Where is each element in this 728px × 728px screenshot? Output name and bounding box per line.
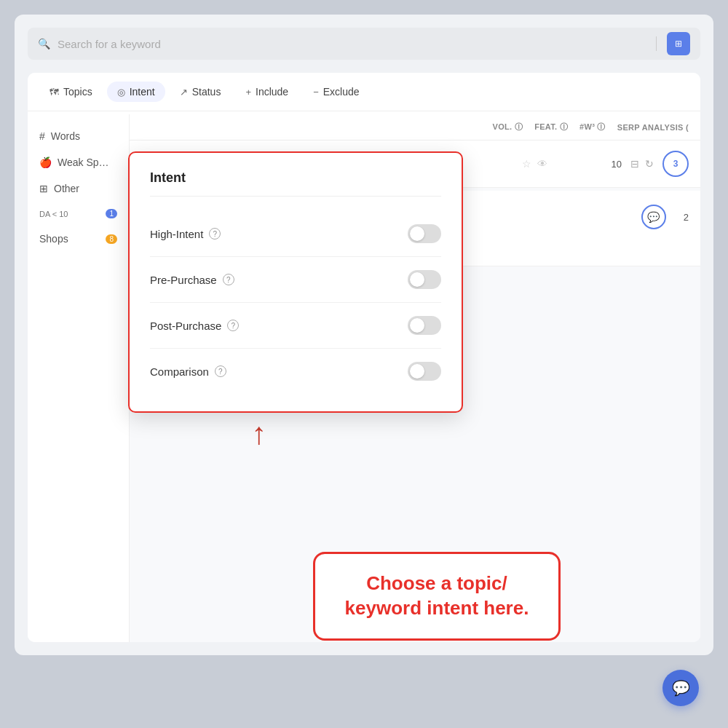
tab-exclude-label: Exclude (323, 86, 360, 98)
header-metrics: VOL. ⓘ FEAT. ⓘ #W³ ⓘ SERP ANALYSIS ( (493, 122, 689, 132)
toggle-label-pre-purchase: Pre-Purchase ? (150, 274, 234, 286)
intent-popup-title: Intent (150, 170, 441, 197)
toggle-label-high-intent: High-Intent ? (150, 228, 221, 240)
weak-spots-icon: 🍎 (39, 157, 52, 168)
include-icon: + (245, 87, 251, 98)
help-icon-post-purchase[interactable]: ? (227, 320, 239, 331)
header-serp: SERP ANALYSIS ( (617, 123, 689, 132)
toggle-text-comparison: Comparison (150, 365, 209, 378)
status-icon: ↗ (180, 87, 188, 98)
chat-icon-3[interactable]: 💬 (641, 205, 666, 229)
shops-label-text: Shops (39, 233, 68, 245)
tooltip-text: Choose a topic/ keyword intent here. (336, 571, 538, 621)
toggle-switch-post-purchase[interactable] (408, 316, 441, 335)
toggle-label-comparison: Comparison ? (150, 365, 226, 378)
toggle-row-comparison: Comparison ? (150, 349, 441, 394)
shops-badge: 8 (106, 234, 117, 244)
toggle-text-post-purchase: Post-Purchase (150, 320, 221, 332)
sidebar-item-words[interactable]: # Words (28, 123, 129, 149)
grid-icon: ⊞ (675, 39, 682, 49)
tab-topics[interactable]: 🗺 Topics (39, 82, 103, 102)
tab-status-label: Status (192, 86, 221, 98)
serp-circle-1: 3 (662, 151, 689, 177)
header-vol: VOL. ⓘ (493, 122, 523, 132)
search-icon: 🔍 (38, 38, 50, 50)
tab-intent[interactable]: ◎ Intent (107, 82, 165, 102)
filter-tabs: 🗺 Topics ◎ Intent ↗ Status + Include − E… (28, 73, 700, 111)
exclude-icon: − (313, 87, 319, 98)
search-divider (656, 36, 657, 51)
chat-button[interactable]: 💬 (662, 670, 699, 706)
row-action-icons-1: ☆ 👁 (522, 158, 547, 170)
toggle-row-pre-purchase: Pre-Purchase ? (150, 257, 441, 303)
table-header: VOL. ⓘ FEAT. ⓘ #W³ ⓘ SERP ANALYSIS ( (130, 114, 700, 141)
toggle-row-high-intent: High-Intent ? (150, 211, 441, 257)
intent-icon: ◎ (117, 87, 125, 98)
sidebar-item-da-less-10[interactable]: DA < 10 1 (28, 202, 129, 226)
sidebar-filters: # Words 🍎 Weak Sp… ⊞ Other DA < 10 1 Sho… (28, 114, 130, 642)
other-icon: ⊞ (39, 183, 48, 194)
toggle-switch-high-intent[interactable] (408, 224, 441, 243)
da-icon: DA < 10 (39, 210, 68, 218)
tab-topics-label: Topics (63, 86, 92, 98)
row-number-1: 10 (600, 159, 622, 170)
tab-status[interactable]: ↗ Status (170, 82, 232, 102)
tab-exclude[interactable]: − Exclude (303, 82, 369, 102)
help-icon-comparison[interactable]: ? (215, 365, 226, 377)
refresh-icon-1[interactable]: ↻ (645, 158, 654, 170)
sidebar-item-weak-spots[interactable]: 🍎 Weak Sp… (28, 149, 129, 175)
help-icon-pre-purchase[interactable]: ? (223, 274, 234, 285)
star-icon-1[interactable]: ☆ (522, 158, 531, 170)
arrow-up-indicator: ↑ (251, 419, 266, 449)
toggle-text-pre-purchase: Pre-Purchase (150, 274, 217, 286)
row-table-icons-1: ⊟ ↻ (630, 158, 654, 170)
toggle-switch-pre-purchase[interactable] (408, 270, 441, 289)
header-w3: #W³ ⓘ (579, 122, 606, 132)
chat-button-icon: 💬 (672, 679, 690, 697)
chat-symbol-3: 💬 (647, 211, 660, 223)
sidebar-words-label: Words (51, 130, 80, 142)
tab-include-label: Include (256, 86, 288, 98)
search-bar[interactable]: 🔍 Search for a keyword ⊞ (28, 28, 700, 60)
header-feat: FEAT. ⓘ (534, 122, 568, 132)
da-badge: 1 (106, 209, 117, 218)
tab-include[interactable]: + Include (235, 82, 298, 102)
card-icon-1[interactable]: ⊟ (630, 158, 639, 170)
toggle-text-high-intent: High-Intent (150, 228, 203, 240)
eye-icon-1[interactable]: 👁 (537, 158, 547, 170)
help-icon-high-intent[interactable]: ? (209, 228, 221, 240)
toggle-switch-comparison[interactable] (408, 362, 441, 381)
toggle-row-post-purchase: Post-Purchase ? (150, 303, 441, 349)
toggle-label-post-purchase: Post-Purchase ? (150, 320, 239, 332)
intent-popup: Intent High-Intent ? Pre-Purchase ? (128, 151, 463, 413)
tooltip-box: Choose a topic/ keyword intent here. (313, 552, 561, 641)
words-icon: # (39, 130, 45, 142)
sidebar-item-shops[interactable]: Shops 8 (28, 226, 129, 252)
serp-num-3: 2 (684, 212, 689, 223)
sidebar-item-other[interactable]: ⊞ Other (28, 175, 129, 202)
search-action-button[interactable]: ⊞ (667, 32, 690, 55)
tab-intent-label: Intent (130, 86, 155, 98)
sidebar-other-label: Other (54, 183, 79, 194)
sidebar-weak-spots-label: Weak Sp… (58, 157, 109, 168)
search-placeholder: Search for a keyword (58, 38, 649, 50)
topics-icon: 🗺 (50, 87, 59, 98)
